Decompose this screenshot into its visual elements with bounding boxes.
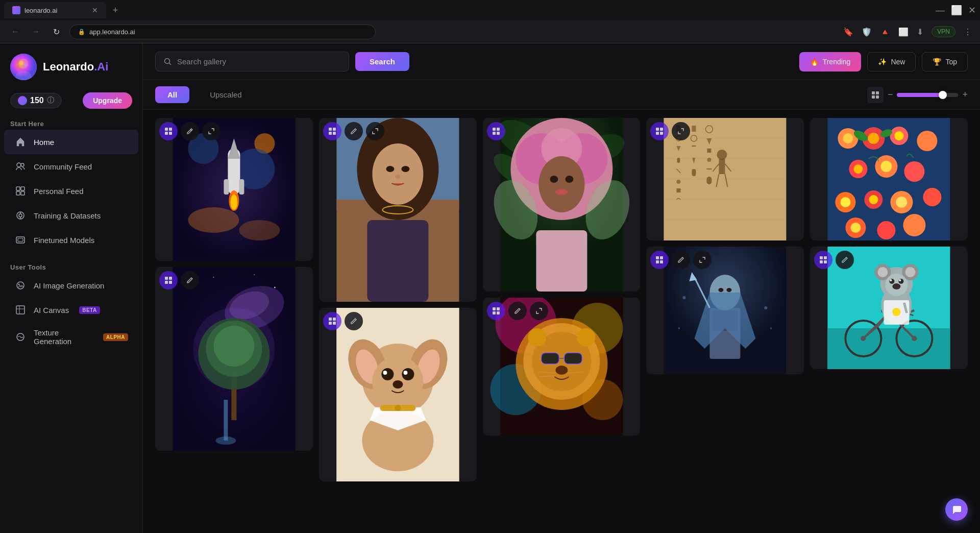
profile-icon[interactable]: ⬜ — [898, 27, 909, 37]
upgrade-button[interactable]: Upgrade — [83, 92, 132, 109]
svg-rect-28 — [876, 95, 879, 99]
sidebar-item-finetuned-models-label: Finetuned Models — [34, 236, 94, 245]
new-button[interactable]: ✨ New — [867, 52, 916, 71]
help-icon[interactable]: ⓘ — [47, 96, 54, 105]
gallery-item-5[interactable] — [483, 118, 641, 292]
svg-point-185 — [770, 327, 772, 329]
remix-button-8[interactable] — [650, 251, 669, 269]
gallery-item-6[interactable] — [483, 298, 641, 435]
app-container: Leonardo.Ai 150 ⓘ Upgrade Start Here Hom… — [0, 43, 980, 533]
gallery-item-2[interactable] — [155, 267, 313, 451]
svg-rect-163 — [707, 177, 712, 184]
search-box[interactable]: Search gallery — [155, 52, 349, 71]
new-tab-button[interactable]: + — [108, 3, 122, 17]
sidebar-item-texture-generation-label: Texture Generation — [34, 328, 93, 346]
remix-button-10[interactable] — [814, 251, 832, 269]
svg-point-93 — [395, 405, 401, 411]
sidebar-item-ai-image-generation[interactable]: AI Image Generation — [4, 273, 138, 298]
svg-rect-61 — [169, 277, 172, 280]
edit-button-3[interactable] — [345, 122, 363, 140]
grid-view-button[interactable] — [867, 87, 884, 103]
edit-button-1[interactable] — [181, 122, 199, 140]
tab-bar: leonardo.ai ✕ + — ⬜ ✕ — [0, 0, 980, 20]
tab-all[interactable]: All — [155, 86, 189, 103]
sidebar-item-community-feed[interactable]: Community Feed — [4, 154, 138, 179]
svg-line-24 — [169, 63, 171, 65]
tab-close-button[interactable]: ✕ — [92, 6, 98, 14]
bookmark-icon[interactable]: 🔖 — [843, 27, 853, 37]
reload-button[interactable]: ↻ — [49, 25, 63, 39]
sidebar-item-home[interactable]: Home — [4, 130, 138, 154]
expand-button-7[interactable] — [672, 122, 690, 140]
back-button[interactable]: ← — [8, 25, 22, 39]
gallery-item-1[interactable] — [155, 118, 313, 261]
remix-button-3[interactable] — [323, 122, 341, 140]
zoom-slider[interactable] — [897, 93, 958, 97]
minimize-icon[interactable]: — — [936, 5, 945, 16]
close-window-icon[interactable]: ✕ — [968, 5, 976, 16]
remix-button-5[interactable] — [487, 122, 505, 140]
chat-bubble-button[interactable] — [945, 498, 968, 521]
sidebar-item-training-datasets[interactable]: Training & Datasets — [4, 203, 138, 228]
gallery-item-3[interactable] — [319, 118, 477, 302]
sidebar-item-texture-generation[interactable]: Texture Generation ALPHA — [4, 322, 138, 352]
svg-point-89 — [383, 371, 387, 375]
expand-button-6[interactable] — [530, 302, 548, 320]
gallery-item-9[interactable] — [810, 118, 968, 240]
vpn-badge[interactable]: VPN — [932, 26, 955, 37]
edit-button-10[interactable] — [836, 251, 854, 269]
zoom-plus-button[interactable]: + — [962, 89, 968, 100]
sidebar-item-training-datasets-label: Training & Datasets — [34, 211, 101, 220]
svg-rect-7 — [16, 187, 20, 190]
trending-button[interactable]: 🔥 Trending — [799, 52, 862, 71]
address-input[interactable]: 🔒 app.leonardo.ai — [69, 25, 376, 39]
ai-image-generation-icon — [14, 279, 27, 292]
edit-button-2[interactable] — [181, 271, 199, 289]
svg-rect-43 — [165, 132, 168, 135]
edit-button-8[interactable] — [672, 251, 690, 269]
remix-button-2[interactable] — [159, 271, 178, 289]
gallery-item-4[interactable] — [319, 308, 477, 481]
tab-upscaled[interactable]: Upscaled — [198, 86, 254, 103]
maximize-icon[interactable]: ⬜ — [951, 5, 962, 16]
svg-rect-73 — [367, 220, 428, 302]
gallery-container — [143, 110, 980, 533]
extension-icon-1[interactable]: 🛡️ — [862, 27, 872, 37]
lock-icon: 🔒 — [78, 29, 85, 35]
svg-point-201 — [854, 164, 863, 174]
expand-button-8[interactable] — [693, 251, 712, 269]
gallery-item-10[interactable] — [810, 247, 968, 369]
svg-point-184 — [678, 327, 680, 329]
svg-rect-173 — [660, 132, 663, 135]
edit-button-4[interactable] — [345, 312, 363, 330]
menu-icon[interactable]: ⋮ — [964, 27, 972, 37]
svg-point-4 — [24, 63, 27, 66]
zoom-minus-button[interactable]: − — [888, 89, 893, 100]
svg-point-109 — [555, 189, 568, 195]
svg-point-58 — [215, 437, 236, 445]
search-button[interactable]: Search — [355, 52, 409, 71]
sidebar-item-personal-feed[interactable]: Personal Feed — [4, 179, 138, 203]
downloads-icon[interactable]: ⬇ — [917, 27, 923, 37]
extension-icon-2[interactable]: 🔺 — [880, 27, 890, 37]
remix-button-1[interactable] — [159, 122, 178, 140]
new-label: New — [891, 58, 905, 66]
remix-button-6[interactable] — [487, 302, 505, 320]
top-button[interactable]: 🏆 Top — [922, 52, 968, 71]
remix-button-4[interactable] — [323, 312, 341, 330]
sidebar: Leonardo.Ai 150 ⓘ Upgrade Start Here Hom… — [0, 43, 143, 533]
start-here-label: Start Here — [0, 117, 142, 130]
svg-rect-25 — [872, 91, 875, 94]
expand-button-3[interactable] — [366, 122, 384, 140]
edit-button-6[interactable] — [508, 302, 527, 320]
gallery-item-8[interactable] — [646, 247, 804, 374]
sidebar-item-ai-canvas[interactable]: AI Canvas BETA — [4, 298, 138, 322]
sidebar-item-community-feed-label: Community Feed — [34, 162, 92, 171]
expand-button-1[interactable] — [202, 122, 220, 140]
active-tab[interactable]: leonardo.ai ✕ — [4, 2, 106, 18]
forward-button[interactable]: → — [29, 25, 43, 39]
sidebar-item-finetuned-models[interactable]: Finetuned Models — [4, 228, 138, 252]
svg-point-17 — [17, 282, 24, 289]
remix-button-7[interactable] — [650, 122, 669, 140]
gallery-item-7[interactable] — [646, 118, 804, 240]
